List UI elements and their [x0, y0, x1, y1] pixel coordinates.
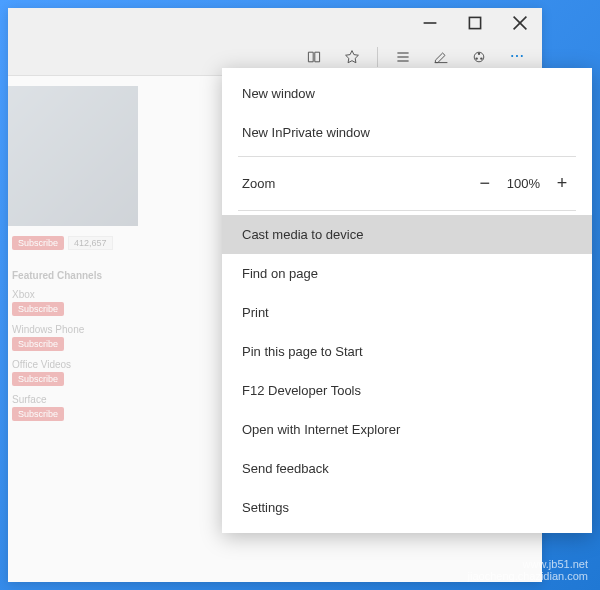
channel-item: XboxSubscribe [12, 289, 148, 316]
zoom-value: 100% [507, 176, 540, 191]
channel-item: Windows PhoneSubscribe [12, 324, 148, 351]
menu-divider [238, 210, 576, 211]
toolbar-divider [377, 47, 378, 67]
background-page: Subscribe 412,657 Featured Channels Xbox… [8, 76, 148, 582]
section-heading: Featured Channels [12, 270, 148, 281]
menu-settings[interactable]: Settings [222, 488, 592, 527]
channel-hero-image [8, 86, 138, 226]
menu-cast-media[interactable]: Cast media to device [222, 215, 592, 254]
menu-divider [238, 156, 576, 157]
svg-point-13 [516, 54, 518, 56]
channel-item: SurfaceSubscribe [12, 394, 148, 421]
zoom-out-button[interactable]: − [475, 173, 495, 194]
menu-open-with-ie[interactable]: Open with Internet Explorer [222, 410, 592, 449]
subscribe-button[interactable]: Subscribe [12, 236, 64, 250]
svg-point-9 [478, 52, 480, 54]
menu-new-inprivate[interactable]: New InPrivate window [222, 113, 592, 152]
subscriber-count: 412,657 [68, 236, 113, 250]
channel-item: Office VideosSubscribe [12, 359, 148, 386]
menu-print[interactable]: Print [222, 293, 592, 332]
menu-find-on-page[interactable]: Find on page [222, 254, 592, 293]
zoom-in-button[interactable]: + [552, 173, 572, 194]
more-menu: New window New InPrivate window Zoom − 1… [222, 68, 592, 533]
svg-rect-1 [469, 17, 480, 28]
menu-pin-to-start[interactable]: Pin this page to Start [222, 332, 592, 371]
menu-send-feedback[interactable]: Send feedback [222, 449, 592, 488]
svg-point-10 [475, 57, 477, 59]
svg-point-12 [511, 54, 513, 56]
close-button[interactable] [497, 8, 542, 38]
svg-point-11 [480, 57, 482, 59]
svg-point-14 [521, 54, 523, 56]
zoom-label: Zoom [242, 176, 275, 191]
maximize-button[interactable] [452, 8, 497, 38]
menu-zoom: Zoom − 100% + [222, 161, 592, 206]
minimize-button[interactable] [407, 8, 452, 38]
menu-new-window[interactable]: New window [222, 74, 592, 113]
menu-developer-tools[interactable]: F12 Developer Tools [222, 371, 592, 410]
window-titlebar [8, 8, 542, 38]
